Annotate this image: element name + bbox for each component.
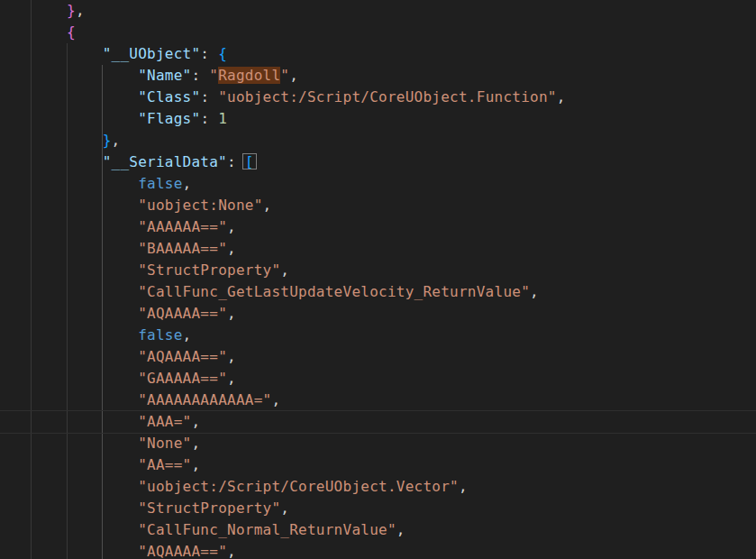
code-line[interactable]: "Class": "uobject:/Script/CoreUObject.Fu… bbox=[0, 87, 756, 108]
code-token: } bbox=[103, 132, 112, 149]
code-token: false bbox=[138, 175, 182, 192]
matched-bracket: [ bbox=[245, 153, 254, 170]
code-line[interactable]: "AAAAAAAAAAAA=", bbox=[0, 389, 756, 411]
code-token: , bbox=[227, 370, 236, 387]
code-line[interactable]: "uobject:/Script/CoreUObject.Vector", bbox=[0, 476, 756, 498]
code-line[interactable]: "__UObject": { bbox=[0, 43, 756, 65]
code-token: "__UObject" bbox=[103, 45, 201, 62]
code-token: "Name" bbox=[138, 67, 191, 84]
code-token: , bbox=[183, 175, 192, 192]
code-line[interactable]: "AQAAAA==", bbox=[0, 303, 756, 325]
code-editor[interactable]: },{"__UObject": {"Name": "Ragdoll","Clas… bbox=[0, 0, 756, 559]
code-line[interactable]: }, bbox=[0, 0, 756, 22]
code-line[interactable]: }, bbox=[0, 130, 756, 151]
code-token: , bbox=[227, 543, 236, 559]
code-token: : bbox=[200, 45, 218, 62]
code-token: , bbox=[263, 197, 272, 214]
code-token: " bbox=[209, 67, 218, 84]
code-token: , bbox=[289, 67, 298, 84]
code-token: "StructProperty" bbox=[138, 261, 280, 279]
code-token: , bbox=[271, 391, 280, 408]
code-token: , bbox=[76, 2, 85, 19]
code-token: } bbox=[67, 2, 76, 19]
find-match-highlight: Ragdoll bbox=[218, 67, 280, 84]
code-line[interactable]: "BAAAAA==", bbox=[0, 238, 756, 260]
code-line[interactable]: "AAA=", bbox=[0, 411, 756, 433]
code-token: , bbox=[280, 499, 289, 517]
code-token: "Class" bbox=[138, 88, 200, 105]
code-token: "StructProperty" bbox=[138, 499, 280, 517]
code-token: { bbox=[218, 45, 227, 62]
code-token: "CallFunc_GetLastUpdateVelocity_ReturnVa… bbox=[138, 283, 530, 300]
code-token: "Flags" bbox=[138, 110, 200, 127]
code-token: "None" bbox=[138, 435, 191, 452]
code-token: "AQAAAA==" bbox=[138, 305, 227, 322]
code-token: "CallFunc_Normal_ReturnValue" bbox=[138, 521, 396, 538]
code-line[interactable]: "None", bbox=[0, 433, 756, 454]
code-token: , bbox=[396, 521, 405, 538]
code-lines: },{"__UObject": {"Name": "Ragdoll","Clas… bbox=[0, 0, 756, 559]
code-token: , bbox=[191, 456, 200, 473]
code-token: "BAAAAA==" bbox=[138, 240, 227, 257]
code-line[interactable]: "AQAAAA==", bbox=[0, 541, 756, 559]
code-line[interactable]: "AAAAAA==", bbox=[0, 216, 756, 238]
code-line[interactable]: "AQAAAA==", bbox=[0, 346, 756, 368]
code-token: , bbox=[280, 261, 289, 279]
code-token: : bbox=[200, 88, 218, 105]
code-line[interactable]: false, bbox=[0, 325, 756, 346]
code-token: , bbox=[530, 283, 539, 300]
code-token: { bbox=[67, 23, 76, 41]
code-line[interactable]: "AA==", bbox=[0, 454, 756, 476]
code-line[interactable]: "Flags": 1 bbox=[0, 108, 756, 130]
code-token: "AQAAAA==" bbox=[138, 543, 227, 559]
code-line[interactable]: "CallFunc_GetLastUpdateVelocity_ReturnVa… bbox=[0, 281, 756, 303]
code-token: , bbox=[227, 305, 236, 322]
code-line[interactable]: "GAAAAA==", bbox=[0, 368, 756, 389]
code-line[interactable]: false, bbox=[0, 173, 756, 195]
code-token: "AAAAAAAAAAAA=" bbox=[138, 391, 271, 408]
code-line[interactable]: "StructProperty", bbox=[0, 260, 756, 281]
code-token: , bbox=[191, 435, 200, 452]
code-token: , bbox=[557, 88, 566, 105]
code-token: , bbox=[227, 348, 236, 365]
code-line[interactable]: "Name": "Ragdoll", bbox=[0, 65, 756, 87]
code-token: false bbox=[138, 326, 182, 344]
code-line[interactable]: { bbox=[0, 22, 756, 43]
code-token: 1 bbox=[218, 110, 227, 127]
code-line[interactable]: "CallFunc_Normal_ReturnValue", bbox=[0, 519, 756, 541]
code-token: "uobject:/Script/CoreUObject.Function" bbox=[218, 88, 557, 105]
code-token: , bbox=[459, 478, 468, 495]
code-token: "AAA=" bbox=[138, 413, 191, 430]
code-token: "AQAAAA==" bbox=[138, 348, 227, 365]
code-token: , bbox=[191, 413, 200, 430]
code-token: : bbox=[200, 110, 218, 127]
code-token: , bbox=[227, 218, 236, 235]
code-token: "GAAAAA==" bbox=[138, 370, 227, 387]
code-token: , bbox=[183, 326, 192, 344]
code-token: , bbox=[112, 132, 121, 149]
code-token: "uobject:/Script/CoreUObject.Vector" bbox=[138, 478, 459, 495]
code-line[interactable]: "__SerialData": [ bbox=[0, 151, 756, 173]
code-token: , bbox=[227, 240, 236, 257]
code-token: "uobject:None" bbox=[138, 197, 262, 214]
code-token: "AAAAAA==" bbox=[138, 218, 227, 235]
code-line[interactable]: "uobject:None", bbox=[0, 195, 756, 216]
code-token: "__SerialData" bbox=[103, 153, 227, 170]
code-line[interactable]: "StructProperty", bbox=[0, 498, 756, 519]
code-token: " bbox=[280, 67, 289, 84]
code-token: "AA==" bbox=[138, 456, 191, 473]
code-token: : bbox=[191, 67, 209, 84]
